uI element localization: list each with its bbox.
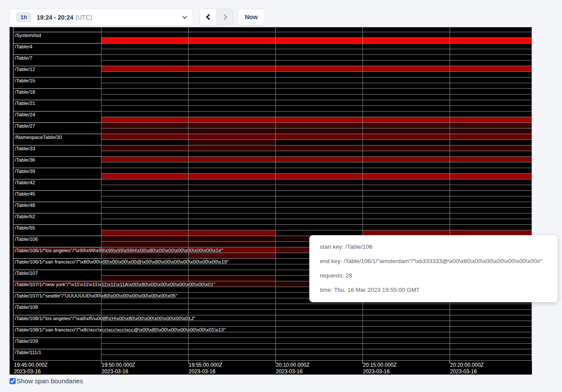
heatmap-cell[interactable] [101,230,188,236]
heatmap-cell[interactable] [188,321,275,326]
heatmap-cell[interactable] [362,207,450,213]
heatmap-cell[interactable] [188,145,275,151]
heatmap-cell[interactable] [101,168,188,173]
heatmap-cell[interactable] [13,315,101,321]
heatmap-cell[interactable] [275,321,362,326]
heatmap-cell[interactable] [275,179,362,185]
heatmap-cell[interactable] [13,241,101,247]
heatmap-cell[interactable] [450,179,532,185]
heatmap-cell[interactable] [188,281,275,287]
heatmap-cell[interactable] [188,190,275,196]
heatmap-cell[interactable] [188,32,275,37]
heatmap-cell[interactable] [101,43,188,49]
heatmap-cell[interactable] [362,349,450,355]
heatmap-cell[interactable] [362,355,450,360]
heatmap-cell[interactable] [450,219,532,224]
heatmap-cell[interactable] [362,179,450,185]
heatmap-cell[interactable] [13,105,101,111]
heatmap-cell[interactable] [362,196,450,202]
heatmap-cell[interactable] [101,236,188,241]
heatmap-cell[interactable] [101,298,188,304]
heatmap-cell[interactable] [450,343,532,349]
heatmap-cell[interactable] [101,179,188,185]
heatmap-cell[interactable] [188,151,275,156]
heatmap-cell[interactable] [188,100,275,105]
heatmap-cell[interactable] [13,326,101,332]
heatmap-cell[interactable] [101,54,188,60]
heatmap-cell[interactable] [101,264,188,270]
heatmap-cell[interactable] [362,304,450,309]
heatmap-cell[interactable] [101,139,188,145]
heatmap-cell[interactable] [188,264,275,270]
heatmap-cell[interactable] [362,309,450,315]
heatmap-cell[interactable] [13,253,101,258]
heatmap-cell[interactable] [101,128,188,134]
heatmap-cell[interactable] [13,111,101,117]
heatmap-cell[interactable] [362,71,450,77]
heatmap-cell[interactable] [188,43,275,49]
heatmap-cell[interactable] [188,213,275,219]
heatmap-cell[interactable] [362,49,450,54]
heatmap-cell[interactable] [13,264,101,270]
heatmap-cell[interactable] [188,134,275,139]
heatmap-cell[interactable] [13,37,101,43]
heatmap-cell[interactable] [101,145,188,151]
heatmap-cell[interactable] [188,241,275,247]
heatmap-cell[interactable] [188,287,275,292]
heatmap-cell[interactable] [275,326,362,332]
heatmap-cell[interactable] [362,77,450,83]
heatmap-cell[interactable] [101,111,188,117]
heatmap-cell[interactable] [101,321,188,326]
heatmap-cell[interactable] [101,355,188,360]
heatmap-cell[interactable] [101,349,188,355]
heatmap-cell[interactable] [13,122,101,128]
heatmap-cell[interactable] [101,224,188,230]
heatmap-cell[interactable] [188,343,275,349]
heatmap-cell[interactable] [450,207,532,213]
heatmap-cell[interactable] [101,247,188,253]
heatmap-cell[interactable] [450,88,532,94]
heatmap-cell[interactable] [13,207,101,213]
heatmap-cell[interactable] [275,66,362,71]
heatmap-cell[interactable] [101,202,188,207]
heatmap-cell[interactable] [362,173,450,179]
heatmap-cell[interactable] [188,185,275,190]
heatmap-cell[interactable] [101,60,188,66]
heatmap-cell[interactable] [101,338,188,343]
heatmap-cell[interactable] [275,139,362,145]
heatmap-cell[interactable] [188,49,275,54]
heatmap-cell[interactable] [101,196,188,202]
heatmap-cell[interactable] [275,111,362,117]
heatmap-cell[interactable] [362,185,450,190]
heatmap-cell[interactable] [362,190,450,196]
heatmap-cell[interactable] [13,292,101,298]
heatmap-cell[interactable] [275,213,362,219]
heatmap-cell[interactable] [188,122,275,128]
heatmap-cell[interactable] [101,122,188,128]
next-time-button[interactable] [217,9,233,25]
heatmap-cell[interactable] [362,315,450,321]
heatmap-cell[interactable] [362,134,450,139]
heatmap-cell[interactable] [362,321,450,326]
heatmap-cell[interactable] [101,185,188,190]
heatmap-cell[interactable] [101,117,188,122]
heatmap-cell[interactable] [188,332,275,338]
heatmap-cell[interactable] [362,213,450,219]
heatmap-cell[interactable] [188,60,275,66]
heatmap-cell[interactable] [188,219,275,224]
heatmap-cell[interactable] [275,202,362,207]
heatmap-cell[interactable] [13,156,101,162]
heatmap-cell[interactable] [275,309,362,315]
heatmap-cell[interactable] [450,71,532,77]
heatmap-cell[interactable] [362,111,450,117]
heatmap-cell[interactable] [275,168,362,173]
heatmap-cell[interactable] [188,94,275,100]
heatmap-cell[interactable] [362,156,450,162]
heatmap-cell[interactable] [275,134,362,139]
heatmap-cell[interactable] [13,54,101,60]
heatmap-cell[interactable] [275,54,362,60]
heatmap-cell[interactable] [362,219,450,224]
heatmap-cell[interactable] [13,32,101,37]
heatmap-cell[interactable] [13,343,101,349]
heatmap-cell[interactable] [101,105,188,111]
